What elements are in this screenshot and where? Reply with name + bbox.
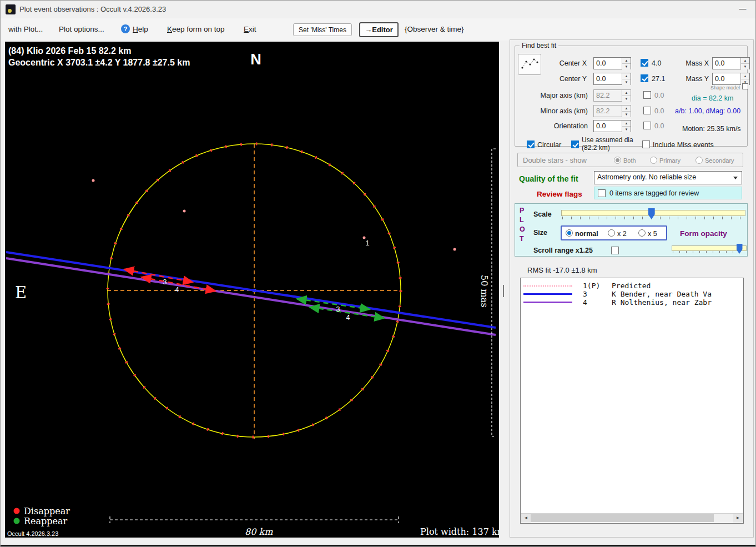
center-x-value[interactable]: 0.0: [594, 58, 622, 69]
list-item[interactable]: 4 R Nolthenius, near Zabr: [521, 298, 743, 307]
double-both-radio[interactable]: [614, 157, 621, 164]
quality-dropdown[interactable]: Astrometry only. No reliable size: [594, 171, 742, 184]
mass-x-spinner[interactable]: 0.0: [712, 57, 750, 69]
spin-down-icon[interactable]: [741, 64, 749, 69]
chord-name: K Bender, near Death Va: [612, 290, 712, 298]
chord-name: R Nolthenius, near Zabr: [612, 298, 712, 307]
plot-letter-o: O: [520, 225, 525, 233]
orientation-value[interactable]: 0.0: [594, 121, 622, 132]
include-miss-checkbox[interactable]: [642, 140, 650, 148]
green-chord-3-label: 3: [336, 305, 340, 313]
review-flags-box: 0 items are tagged for review: [594, 187, 742, 199]
occultation-plot[interactable]: 3 4 3 4 1 (84) Klio 2026 Feb 15 82.2 km …: [5, 42, 499, 538]
plot-title-line2: Geocentric X 3703.1 ±4.2 Y 1877.8 ±27.5 …: [8, 58, 190, 67]
center-y-spinner[interactable]: 0.0: [593, 73, 631, 85]
fit-plot-button[interactable]: [518, 54, 541, 75]
find-best-fit-group: Find best fit Center X 0.0 4.0 Mass X 0.…: [515, 46, 748, 147]
quality-label: Quality of the fit: [519, 174, 578, 183]
menu-with-plot[interactable]: with Plot...: [8, 25, 43, 33]
point-1-label: 1: [366, 239, 370, 247]
spin-down-icon[interactable]: [622, 127, 631, 132]
size-normal-radio[interactable]: [566, 229, 573, 237]
size-x5-radio[interactable]: [638, 229, 646, 237]
spin-up-icon[interactable]: [741, 73, 749, 79]
plot-controls-panel: P L O T Scale Size normal x 2 x 5 Form o…: [515, 203, 748, 257]
double-both-label: Both: [623, 157, 636, 164]
shape-model-checkbox[interactable]: [742, 83, 748, 89]
review-flags-text: 0 items are tagged for review: [609, 189, 699, 197]
circular-label: Circular: [537, 141, 561, 149]
km-scale-bracket: [110, 516, 399, 523]
spin-down-icon[interactable]: [622, 79, 631, 85]
north-label: N: [250, 51, 261, 68]
review-flags-checkbox[interactable]: [598, 189, 606, 197]
list-item[interactable]: 1(P) Predicted: [521, 282, 743, 290]
size-radio-group: normal x 2 x 5: [561, 225, 667, 240]
scrollbar-thumb[interactable]: [531, 514, 714, 522]
double-primary-radio[interactable]: [650, 157, 657, 164]
fit-orientation-checkbox[interactable]: [643, 122, 651, 129]
double-stars-label: Double stars - show: [523, 156, 587, 164]
spin-up-icon[interactable]: [622, 73, 631, 79]
menu-help[interactable]: Help: [133, 25, 148, 33]
menu-keep-on-top[interactable]: Keep form on top: [167, 25, 225, 33]
size-x2-radio[interactable]: [608, 229, 615, 237]
plot-width-label: Plot width: 137 km: [420, 526, 499, 537]
spin-down-icon: [622, 96, 631, 102]
blue-line-sample: [523, 293, 572, 295]
observer-time-label: {Observer & time}: [405, 25, 464, 33]
center-x-spinner[interactable]: 0.0: [593, 57, 631, 69]
fit-major-axis-checkbox[interactable]: [643, 91, 651, 99]
minimize-button[interactable]: —: [732, 2, 753, 16]
set-miss-times-button[interactable]: Set 'Miss' Times: [293, 23, 352, 36]
orientation-spinner[interactable]: 0.0: [593, 120, 631, 132]
spin-up-icon[interactable]: [622, 121, 631, 127]
double-stars-group: Double stars - show Both Primary Seconda…: [517, 153, 743, 167]
spin-up-icon[interactable]: [741, 58, 749, 64]
horizontal-scrollbar[interactable]: [521, 513, 743, 523]
spin-up-icon[interactable]: [622, 58, 631, 64]
point-marker: [183, 210, 186, 213]
opacity-slider-track[interactable]: [672, 245, 747, 251]
disappear-legend-label: Disappear: [24, 506, 70, 516]
splitter-handle[interactable]: [503, 285, 504, 297]
motion-info: Motion: 25.35 km/s: [682, 125, 741, 133]
center-x-label: Center X: [555, 59, 587, 67]
chord-3-blue[interactable]: [6, 252, 496, 328]
form-opacity-slider[interactable]: [672, 244, 747, 255]
reappear-uncertainty-3: [297, 299, 370, 309]
mass-y-value[interactable]: 0.0: [713, 73, 740, 84]
center-x-fit-value: 4.0: [652, 59, 661, 67]
chord-4-purple[interactable]: [6, 258, 496, 335]
scroll-range-checkbox[interactable]: [611, 247, 619, 254]
spin-down-icon[interactable]: [622, 64, 631, 69]
control-panel: Find best fit Center X 0.0 4.0 Mass X 0.…: [510, 39, 754, 538]
chord-list[interactable]: 1(P) Predicted 3 K Bender, near Death Va…: [520, 278, 744, 524]
size-x2-label: x 2: [617, 230, 627, 238]
major-axis-spinner: 82.2: [593, 89, 631, 102]
mas-scale-bracket: [492, 149, 496, 436]
double-secondary-radio[interactable]: [695, 157, 703, 164]
plot-canvas[interactable]: 3 4 3 4 1 (84) Klio 2026 Feb 15 82.2 km …: [5, 42, 499, 538]
circular-checkbox[interactable]: [527, 140, 535, 148]
minor-axis-label: Minor axis (km): [535, 107, 588, 115]
scale-label: Scale: [533, 210, 552, 218]
point-marker: [363, 237, 366, 239]
fit-minor-axis-checkbox[interactable]: [643, 107, 651, 114]
menu-exit[interactable]: Exit: [244, 25, 256, 33]
center-y-value[interactable]: 0.0: [594, 73, 622, 84]
list-item[interactable]: 3 K Bender, near Death Va: [521, 290, 743, 298]
editor-button[interactable]: →Editor: [359, 22, 399, 37]
major-axis-fit-value: 0.0: [654, 92, 664, 99]
scale-slider[interactable]: [561, 208, 745, 220]
fit-center-x-checkbox[interactable]: [641, 59, 648, 67]
plot-letter-t: T: [520, 235, 524, 243]
fit-center-y-checkbox[interactable]: [641, 74, 648, 82]
mas-scale-label: 50 mas: [479, 275, 490, 307]
use-assumed-dia-checkbox[interactable]: [571, 140, 579, 148]
scroll-left-icon[interactable]: [521, 514, 531, 523]
point-marker: [453, 248, 456, 251]
mass-x-value[interactable]: 0.0: [713, 58, 740, 69]
scroll-right-icon[interactable]: [733, 514, 743, 523]
menu-plot-options[interactable]: Plot options...: [59, 25, 104, 33]
